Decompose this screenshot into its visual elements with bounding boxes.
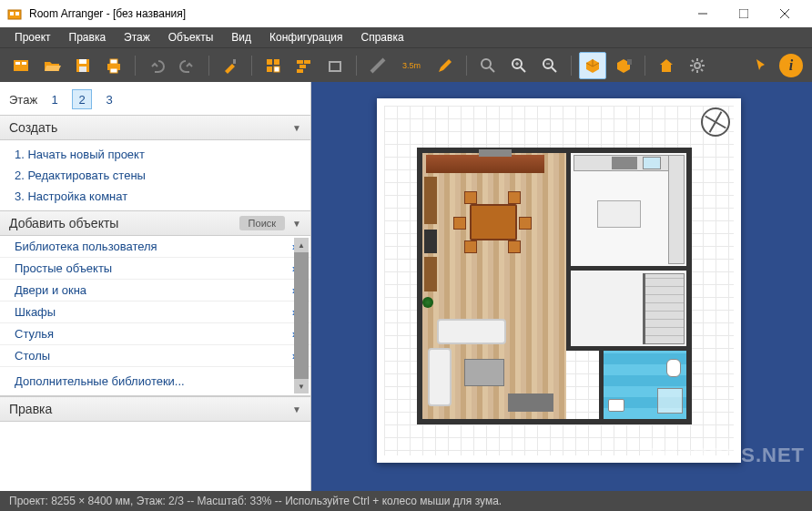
svg-rect-14 [110, 59, 117, 64]
paint-button[interactable] [217, 52, 244, 79]
toilet[interactable] [666, 359, 681, 377]
door[interactable] [479, 149, 512, 157]
redo-button[interactable] [174, 52, 201, 79]
floor-plan[interactable] [417, 148, 692, 424]
svg-rect-18 [274, 59, 279, 65]
floor-3[interactable]: 3 [99, 89, 119, 109]
chair[interactable] [508, 240, 521, 253]
svg-rect-4 [739, 9, 748, 18]
chair[interactable] [519, 217, 532, 230]
home-button[interactable] [653, 52, 680, 79]
settings-button[interactable] [684, 52, 711, 79]
svg-rect-35 [627, 59, 632, 65]
kitchen-counter[interactable] [668, 155, 685, 264]
sidebar: Этаж 1 2 3 Создать ▼ 1. Начать новый про… [0, 82, 311, 491]
view-list-button[interactable] [610, 52, 637, 79]
shelf[interactable] [424, 257, 437, 291]
create-room-setup[interactable]: 3. Настройка комнат [0, 186, 310, 207]
chevron-down-icon: ▼ [292, 123, 301, 133]
cat-cabinets[interactable]: Шкафы› [0, 301, 310, 323]
shelf[interactable] [424, 177, 437, 224]
minimize-button[interactable] [682, 0, 723, 27]
sink[interactable] [643, 157, 661, 169]
print-button[interactable] [100, 52, 127, 79]
create-header[interactable]: Создать ▼ [0, 115, 310, 140]
dimension-button[interactable]: 3.5m [395, 52, 428, 79]
menu-view[interactable]: Вид [222, 29, 260, 46]
create-edit-walls[interactable]: 2. Редактировать стены [0, 165, 310, 186]
zoom-out-button[interactable] [536, 52, 563, 79]
pencil-button[interactable] [431, 52, 459, 79]
svg-rect-9 [22, 62, 26, 65]
svg-point-26 [482, 59, 491, 68]
menu-config[interactable]: Конфигурация [260, 29, 352, 46]
menu-floor[interactable]: Этаж [115, 29, 159, 46]
inner-wall[interactable] [566, 266, 688, 271]
menu-project[interactable]: Проект [5, 29, 60, 46]
svg-rect-2 [15, 12, 19, 15]
search-button[interactable]: Поиск [239, 216, 285, 230]
edit-body [0, 422, 310, 485]
menu-edit[interactable]: Правка [60, 29, 116, 46]
cat-user-library[interactable]: Библиотека пользователя› [0, 236, 310, 258]
plant[interactable] [422, 297, 433, 308]
svg-rect-21 [297, 60, 303, 64]
info-button[interactable]: i [777, 52, 805, 79]
dining-table[interactable] [470, 204, 517, 240]
objects-header[interactable]: Добавить объекты Поиск ▼ [0, 210, 310, 236]
kitchen-island[interactable] [597, 200, 641, 228]
undo-button[interactable] [143, 52, 170, 79]
zoom-tool-button[interactable] [474, 52, 502, 79]
compass-icon[interactable] [701, 107, 730, 137]
svg-point-36 [695, 63, 700, 68]
chair[interactable] [508, 191, 521, 204]
cat-simple[interactable]: Простые объекты› [0, 258, 310, 280]
cat-tables[interactable]: Столы› [0, 345, 310, 367]
svg-line-29 [521, 67, 525, 72]
cabinet[interactable] [426, 155, 544, 173]
sofa[interactable] [437, 319, 506, 344]
svg-rect-11 [79, 59, 86, 64]
canvas-area[interactable]: PCPROGS.NET [311, 82, 812, 491]
inner-wall[interactable] [566, 346, 688, 351]
save-button[interactable] [69, 52, 96, 79]
svg-rect-20 [274, 66, 279, 72]
sofa[interactable] [428, 348, 452, 406]
stairs[interactable] [643, 273, 685, 344]
svg-line-27 [490, 67, 494, 72]
pointer-button[interactable] [746, 52, 774, 79]
cat-doors-windows[interactable]: Двери и окна› [0, 280, 310, 301]
cat-chairs[interactable]: Стулья› [0, 323, 310, 345]
statusbar: Проект: 8255 × 8400 мм, Этаж: 2/3 -- Мас… [0, 491, 812, 511]
rooms-button[interactable] [259, 52, 287, 79]
open-button[interactable] [38, 52, 66, 79]
tv-stand[interactable] [424, 230, 437, 253]
zoom-in-button[interactable] [505, 52, 533, 79]
status-text: Проект: 8255 × 8400 мм, Этаж: 2/3 -- Мас… [9, 495, 502, 507]
walls-button[interactable] [290, 52, 318, 79]
menu-help[interactable]: Справка [352, 29, 413, 46]
bathroom-sink[interactable] [608, 399, 624, 412]
extra-libraries[interactable]: Дополнительные библиотеки... [0, 367, 310, 395]
wall-draw-button[interactable] [364, 52, 391, 79]
stove[interactable] [612, 157, 637, 169]
menu-objects[interactable]: Объекты [159, 29, 223, 46]
floor-2[interactable]: 2 [72, 89, 92, 109]
coffee-table[interactable] [464, 359, 504, 386]
edit-header[interactable]: Правка ▼ [0, 396, 310, 422]
chair[interactable] [464, 191, 477, 204]
chair[interactable] [464, 240, 477, 253]
maximize-button[interactable] [723, 0, 764, 27]
create-new-project[interactable]: 1. Начать новый проект [0, 144, 310, 165]
floor-1[interactable]: 1 [45, 89, 65, 109]
close-button[interactable] [764, 0, 805, 27]
inner-wall[interactable] [599, 350, 604, 419]
category-scrollbar[interactable]: ▲▼ [294, 238, 309, 393]
view-3d-button[interactable] [579, 52, 606, 79]
shower[interactable] [657, 388, 683, 414]
chair[interactable] [453, 217, 466, 230]
inner-wall[interactable] [566, 148, 571, 350]
rug[interactable] [508, 393, 553, 412]
new-button[interactable] [7, 52, 35, 79]
object-button[interactable] [321, 52, 349, 79]
